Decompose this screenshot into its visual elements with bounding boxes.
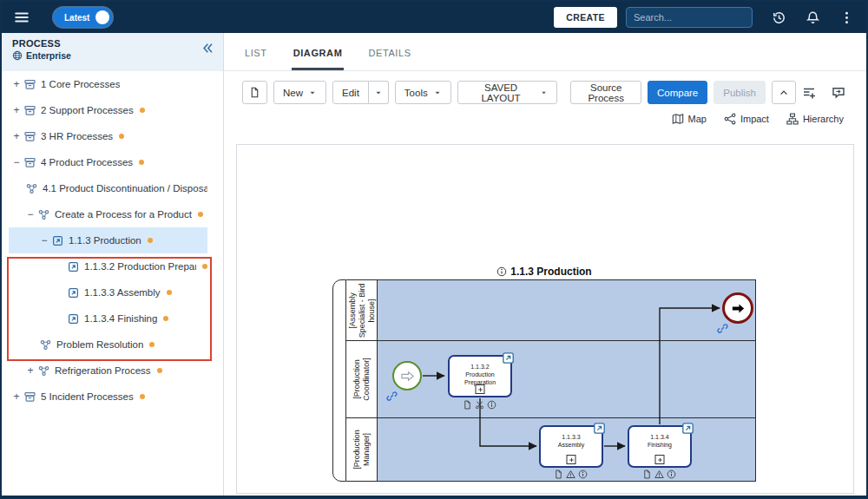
task-finishing[interactable]: 1.1.3.4 Finishing [628,425,692,468]
diagram-canvas[interactable]: 1.1.3 Production [Assembly Specialist - … [236,144,854,494]
status-dot [198,212,203,217]
edit-split-button: Edit [332,81,389,104]
sidebar-item-refrigeration-process[interactable]: + Refrigeration Process [9,358,207,384]
sidebar-item-label: 1.1.3.3 Assembly [84,287,161,298]
expand-toggle[interactable]: + [10,78,23,90]
sidebar-collapse-icon[interactable] [201,42,214,55]
diagram-link-icon [66,287,81,299]
sidebar-item-label: Problem Resolution [56,339,143,350]
expand-toggle[interactable]: + [24,364,36,377]
hierarchy-view-button[interactable]: Hierarchy [786,113,844,125]
add-to-list-icon[interactable] [802,86,816,100]
sidebar-item-problem-resolution[interactable]: Problem Resolution [9,332,207,358]
lane-label[interactable]: [Assembly Specialist - Bird house] [346,280,378,340]
lane-body[interactable] [378,341,755,417]
task-id: 1.1.3.3 [541,433,602,441]
lane-label[interactable]: [Production Coordinator] [346,341,378,417]
sidebar-item-product-processes[interactable]: − 4 Product Processes [9,149,207,175]
globe-icon [12,50,23,61]
sidebar-subtitle: Enterprise [12,50,214,61]
search-input[interactable] [627,8,753,27]
map-view-button[interactable]: Map [672,113,707,125]
sidebar-item-label: 1.1.3.2 Production Preparation [84,261,196,272]
lane-body[interactable] [378,280,755,340]
task-attribute-icons [554,469,588,479]
open-diagram-link-icon[interactable] [682,423,694,434]
document-icon-button[interactable] [242,81,267,104]
expand-toggle[interactable]: + [10,104,23,116]
sidebar-item-1-1-3-3-assembly[interactable]: 1.1.3.3 Assembly [9,279,207,305]
status-dot [140,108,145,113]
lane-assembly-specialist: [Assembly Specialist - Bird house] [346,280,755,340]
diagram-link-icon [50,235,65,246]
saved-layout-select[interactable]: SAVED LAYOUT [457,81,558,104]
sidebar-item-label: 3 HR Processes [41,131,113,141]
sidebar-item-hr-processes[interactable]: + 3 HR Processes [9,123,207,149]
create-button[interactable]: CREATE [554,7,617,28]
tools-dropdown-button[interactable]: Tools [395,81,451,104]
search-box[interactable] [626,7,753,28]
expand-toggle[interactable]: − [24,208,36,220]
tab-diagram[interactable]: DIAGRAM [292,48,345,70]
open-diagram-link-icon[interactable] [503,352,514,364]
sidebar-item-1-1-3-production[interactable]: − 1.1.3 Production [9,227,207,253]
expand-toggle[interactable]: + [10,391,23,403]
tab-list[interactable]: LIST [243,48,269,70]
collapse-toolbar-icon-button[interactable] [772,81,796,104]
map-icon [672,113,684,125]
task-id: 1.1.3.2 [450,363,510,371]
task-attribute-icons [642,469,676,479]
process-icon [24,183,39,194]
sidebar-item-label: 4 Product Processes [41,157,133,167]
status-dot [202,264,207,269]
notifications-bell-icon[interactable] [806,10,820,25]
expand-toggle[interactable]: − [10,156,23,168]
history-icon[interactable] [772,10,786,25]
hamburger-menu-icon[interactable] [14,10,30,25]
task-attribute-icons [463,400,496,410]
start-event[interactable] [392,361,422,391]
end-event[interactable] [722,292,753,324]
publish-button-disabled: Publish [713,81,766,104]
edit-dropdown-toggle[interactable] [369,81,389,104]
sidebar-item-incident-processes[interactable]: + 5 Incident Processes [9,384,207,410]
kebab-menu-icon[interactable] [839,10,854,25]
toggle-knob[interactable] [95,10,109,24]
source-process-button[interactable]: Source Process [570,81,641,104]
subprocess-plus-icon[interactable] [655,455,665,464]
task-production-preparation[interactable]: 1.1.3.2 Production Preparation [448,355,512,397]
latest-toggle[interactable]: Latest [54,8,112,27]
tab-details[interactable]: DETAILS [366,48,412,70]
subprocess-plus-icon[interactable] [476,384,485,394]
expand-toggle[interactable]: + [10,130,23,142]
comment-icon[interactable] [832,86,845,100]
sidebar-item-create-process-for-product[interactable]: − Create a Process for a Product [9,201,207,227]
document-icon [642,469,652,479]
sidebar-item-support-processes[interactable]: + 2 Support Processes [9,97,207,123]
hierarchy-view-label: Hierarchy [803,114,844,124]
sidebar-item-product-discontinuation[interactable]: 4.1 Product Discontinuation / Disposal o… [9,175,207,201]
lane-label[interactable]: [Production Manager] [346,418,378,481]
pool-bracket[interactable] [332,279,346,482]
impact-view-button[interactable]: Impact [724,113,769,125]
task-assembly[interactable]: 1.1.3.3 Assembly [539,425,603,468]
chain-link-icon [386,391,398,402]
status-dot [157,368,162,373]
sidebar-item-label: 2 Support Processes [41,105,134,115]
main-content: LIST DIAGRAM DETAILS New Edit Tools SAVE… [224,33,866,496]
sidebar-item-core-processes[interactable]: + 1 Core Processes [9,71,207,97]
open-diagram-link-icon[interactable] [594,423,605,434]
toolbar-right-icons [802,86,845,100]
sidebar-subtitle-label: Enterprise [26,50,71,61]
new-dropdown-button[interactable]: New [273,81,326,104]
process-icon [38,339,53,351]
sidebar-item-1-1-3-2-production-preparation[interactable]: 1.1.3.2 Production Preparation [9,253,207,279]
hierarchy-icon [786,113,799,125]
info-icon [487,400,496,410]
edit-button[interactable]: Edit [332,81,369,104]
archive-icon [23,105,37,116]
compare-button[interactable]: Compare [648,81,707,104]
expand-toggle[interactable]: − [38,234,50,246]
sidebar-item-1-1-3-4-finishing[interactable]: 1.1.3.4 Finishing [9,305,207,332]
subprocess-plus-icon[interactable] [567,455,576,464]
